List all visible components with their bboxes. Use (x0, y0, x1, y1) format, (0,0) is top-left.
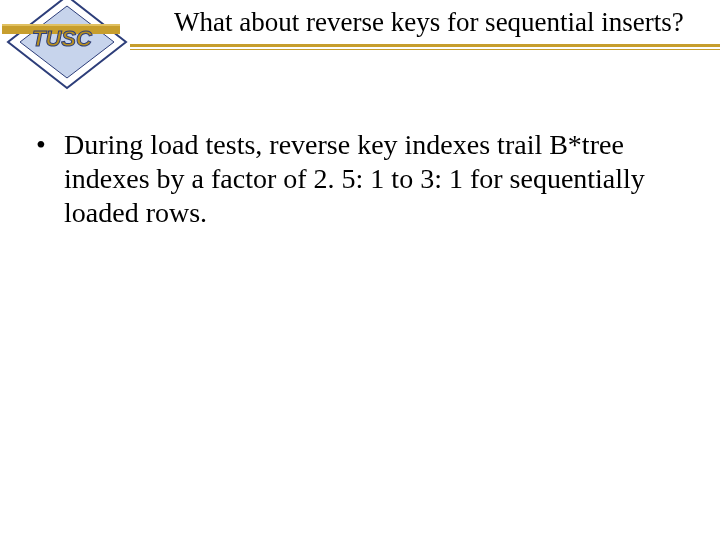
slide: TUSC What about reverse keys for sequent… (0, 0, 720, 540)
bullet-marker-icon: • (36, 128, 64, 162)
bullet-text: During load tests, reverse key indexes t… (64, 128, 686, 230)
title-underline-icon (130, 44, 720, 50)
tusc-logo-svg: TUSC (2, 0, 132, 102)
bullet-item: • During load tests, reverse key indexes… (36, 128, 686, 230)
logo-text: TUSC (32, 26, 93, 51)
slide-title: What about reverse keys for sequential i… (174, 6, 714, 38)
slide-body: • During load tests, reverse key indexes… (36, 128, 686, 230)
tusc-logo: TUSC (2, 0, 132, 102)
